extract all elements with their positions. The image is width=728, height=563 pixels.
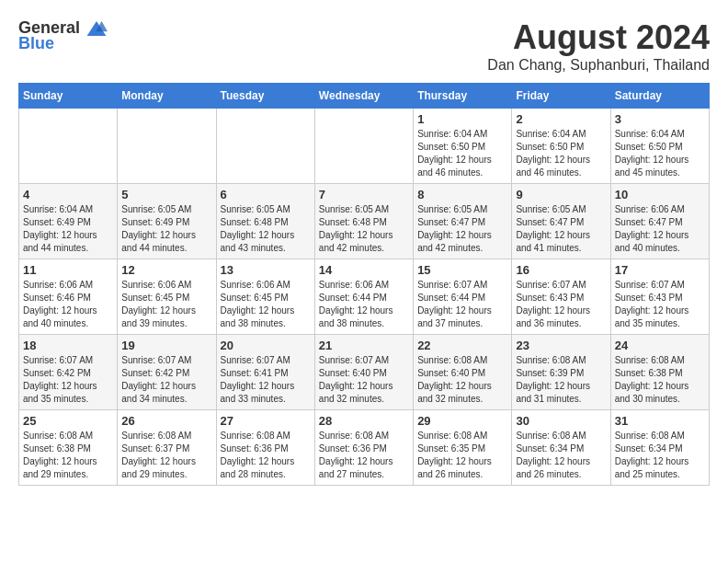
day-number: 24 xyxy=(615,339,705,352)
day-info: Sunrise: 6:05 AM Sunset: 6:47 PM Dayligh… xyxy=(417,203,507,255)
day-number: 22 xyxy=(417,339,507,352)
calendar-cell: 25Sunrise: 6:08 AM Sunset: 6:38 PM Dayli… xyxy=(19,410,118,486)
calendar-cell: 29Sunrise: 6:08 AM Sunset: 6:35 PM Dayli… xyxy=(414,410,512,486)
calendar-cell: 30Sunrise: 6:08 AM Sunset: 6:34 PM Dayli… xyxy=(512,410,610,486)
day-number: 30 xyxy=(516,414,606,428)
day-info: Sunrise: 6:07 AM Sunset: 6:42 PM Dayligh… xyxy=(23,354,113,406)
day-number: 1 xyxy=(417,112,507,126)
day-number: 15 xyxy=(417,263,507,277)
calendar-cell xyxy=(216,109,314,184)
calendar-cell: 18Sunrise: 6:07 AM Sunset: 6:42 PM Dayli… xyxy=(19,335,118,410)
day-info: Sunrise: 6:07 AM Sunset: 6:43 PM Dayligh… xyxy=(516,279,606,330)
day-info: Sunrise: 6:07 AM Sunset: 6:41 PM Dayligh… xyxy=(221,354,311,406)
day-number: 18 xyxy=(23,339,113,352)
day-info: Sunrise: 6:07 AM Sunset: 6:40 PM Dayligh… xyxy=(319,354,409,406)
calendar-cell: 12Sunrise: 6:06 AM Sunset: 6:45 PM Dayli… xyxy=(118,259,216,335)
calendar-cell: 1Sunrise: 6:04 AM Sunset: 6:50 PM Daylig… xyxy=(414,109,512,184)
day-number: 2 xyxy=(516,112,606,126)
calendar-cell: 13Sunrise: 6:06 AM Sunset: 6:45 PM Dayli… xyxy=(216,259,314,335)
day-number: 9 xyxy=(516,188,606,201)
day-info: Sunrise: 6:06 AM Sunset: 6:45 PM Dayligh… xyxy=(121,279,211,330)
day-number: 6 xyxy=(221,188,311,201)
day-info: Sunrise: 6:08 AM Sunset: 6:34 PM Dayligh… xyxy=(516,430,606,481)
day-info: Sunrise: 6:08 AM Sunset: 6:36 PM Dayligh… xyxy=(319,430,409,481)
calendar-cell xyxy=(19,109,118,184)
day-info: Sunrise: 6:06 AM Sunset: 6:45 PM Dayligh… xyxy=(221,279,311,330)
day-number: 28 xyxy=(319,414,409,428)
day-number: 11 xyxy=(23,263,113,277)
col-header-friday: Friday xyxy=(512,84,610,109)
day-info: Sunrise: 6:07 AM Sunset: 6:44 PM Dayligh… xyxy=(417,279,507,330)
day-info: Sunrise: 6:08 AM Sunset: 6:38 PM Dayligh… xyxy=(615,354,705,406)
day-info: Sunrise: 6:08 AM Sunset: 6:40 PM Dayligh… xyxy=(417,354,507,406)
day-info: Sunrise: 6:04 AM Sunset: 6:50 PM Dayligh… xyxy=(417,128,507,179)
day-number: 4 xyxy=(23,188,113,201)
calendar-cell: 11Sunrise: 6:06 AM Sunset: 6:46 PM Dayli… xyxy=(19,259,118,335)
calendar-cell: 31Sunrise: 6:08 AM Sunset: 6:34 PM Dayli… xyxy=(610,410,709,486)
title-area: August 2024 Dan Chang, Suphanburi, Thail… xyxy=(487,18,710,74)
calendar-cell: 6Sunrise: 6:05 AM Sunset: 6:48 PM Daylig… xyxy=(216,184,314,259)
day-number: 29 xyxy=(417,414,507,428)
calendar-cell: 9Sunrise: 6:05 AM Sunset: 6:47 PM Daylig… xyxy=(512,184,610,259)
col-header-saturday: Saturday xyxy=(610,84,709,109)
day-number: 27 xyxy=(221,414,311,428)
calendar-cell: 2Sunrise: 6:04 AM Sunset: 6:50 PM Daylig… xyxy=(512,109,610,184)
day-info: Sunrise: 6:04 AM Sunset: 6:49 PM Dayligh… xyxy=(23,203,113,255)
col-header-thursday: Thursday xyxy=(414,84,512,109)
day-info: Sunrise: 6:04 AM Sunset: 6:50 PM Dayligh… xyxy=(615,128,705,179)
day-info: Sunrise: 6:05 AM Sunset: 6:49 PM Dayligh… xyxy=(121,203,211,255)
calendar-cell: 22Sunrise: 6:08 AM Sunset: 6:40 PM Dayli… xyxy=(414,335,512,410)
calendar-cell: 4Sunrise: 6:04 AM Sunset: 6:49 PM Daylig… xyxy=(19,184,118,259)
day-number: 10 xyxy=(615,188,705,201)
logo: General Blue xyxy=(18,18,108,53)
calendar-cell: 21Sunrise: 6:07 AM Sunset: 6:40 PM Dayli… xyxy=(314,335,413,410)
calendar-cell: 24Sunrise: 6:08 AM Sunset: 6:38 PM Dayli… xyxy=(610,335,709,410)
calendar-cell: 28Sunrise: 6:08 AM Sunset: 6:36 PM Dayli… xyxy=(314,410,413,486)
col-header-wednesday: Wednesday xyxy=(314,84,413,109)
location-subtitle: Dan Chang, Suphanburi, Thailand xyxy=(487,57,710,74)
page-header: General Blue August 2024 Dan Chang, Suph… xyxy=(18,18,710,74)
day-number: 26 xyxy=(121,414,211,428)
calendar-week-3: 11Sunrise: 6:06 AM Sunset: 6:46 PM Dayli… xyxy=(19,259,710,335)
calendar-cell: 5Sunrise: 6:05 AM Sunset: 6:49 PM Daylig… xyxy=(118,184,216,259)
day-info: Sunrise: 6:05 AM Sunset: 6:48 PM Dayligh… xyxy=(319,203,409,255)
day-number: 3 xyxy=(615,112,705,126)
day-number: 16 xyxy=(516,263,606,277)
day-number: 14 xyxy=(319,263,409,277)
day-info: Sunrise: 6:08 AM Sunset: 6:34 PM Dayligh… xyxy=(615,430,705,481)
day-info: Sunrise: 6:05 AM Sunset: 6:48 PM Dayligh… xyxy=(221,203,311,255)
day-info: Sunrise: 6:06 AM Sunset: 6:47 PM Dayligh… xyxy=(615,203,705,255)
col-header-sunday: Sunday xyxy=(19,84,118,109)
calendar-table: SundayMondayTuesdayWednesdayThursdayFrid… xyxy=(18,83,710,486)
day-info: Sunrise: 6:08 AM Sunset: 6:38 PM Dayligh… xyxy=(23,430,113,481)
calendar-cell: 8Sunrise: 6:05 AM Sunset: 6:47 PM Daylig… xyxy=(414,184,512,259)
col-header-tuesday: Tuesday xyxy=(216,84,314,109)
day-info: Sunrise: 6:06 AM Sunset: 6:46 PM Dayligh… xyxy=(23,279,113,330)
day-number: 8 xyxy=(417,188,507,201)
day-number: 31 xyxy=(615,414,705,428)
calendar-cell: 26Sunrise: 6:08 AM Sunset: 6:37 PM Dayli… xyxy=(118,410,216,486)
day-info: Sunrise: 6:04 AM Sunset: 6:50 PM Dayligh… xyxy=(516,128,606,179)
calendar-cell: 23Sunrise: 6:08 AM Sunset: 6:39 PM Dayli… xyxy=(512,335,610,410)
day-number: 7 xyxy=(319,188,409,201)
calendar-cell: 27Sunrise: 6:08 AM Sunset: 6:36 PM Dayli… xyxy=(216,410,314,486)
day-info: Sunrise: 6:05 AM Sunset: 6:47 PM Dayligh… xyxy=(516,203,606,255)
calendar-cell: 10Sunrise: 6:06 AM Sunset: 6:47 PM Dayli… xyxy=(610,184,709,259)
day-number: 23 xyxy=(516,339,606,352)
day-number: 13 xyxy=(221,263,311,277)
calendar-cell: 20Sunrise: 6:07 AM Sunset: 6:41 PM Dayli… xyxy=(216,335,314,410)
day-number: 21 xyxy=(319,339,409,352)
calendar-week-2: 4Sunrise: 6:04 AM Sunset: 6:49 PM Daylig… xyxy=(19,184,710,259)
calendar-cell: 19Sunrise: 6:07 AM Sunset: 6:42 PM Dayli… xyxy=(118,335,216,410)
day-number: 25 xyxy=(23,414,113,428)
day-info: Sunrise: 6:08 AM Sunset: 6:35 PM Dayligh… xyxy=(417,430,507,481)
day-info: Sunrise: 6:06 AM Sunset: 6:44 PM Dayligh… xyxy=(319,279,409,330)
day-info: Sunrise: 6:08 AM Sunset: 6:36 PM Dayligh… xyxy=(221,430,311,481)
calendar-week-1: 1Sunrise: 6:04 AM Sunset: 6:50 PM Daylig… xyxy=(19,109,710,184)
day-number: 17 xyxy=(615,263,705,277)
day-info: Sunrise: 6:08 AM Sunset: 6:37 PM Dayligh… xyxy=(121,430,211,481)
calendar-cell xyxy=(118,109,216,184)
logo-icon xyxy=(85,19,108,38)
day-number: 20 xyxy=(221,339,311,352)
calendar-cell: 7Sunrise: 6:05 AM Sunset: 6:48 PM Daylig… xyxy=(314,184,413,259)
